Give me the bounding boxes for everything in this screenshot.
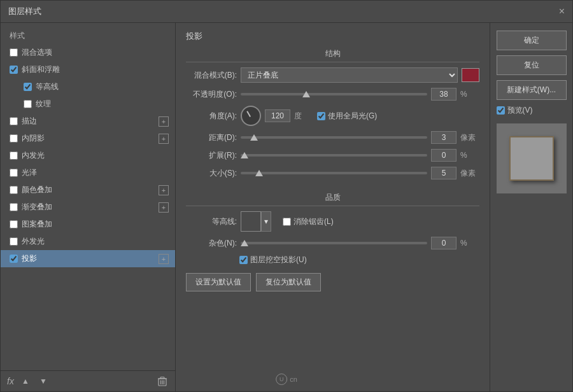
distance-slider[interactable] [241,136,427,139]
contour-checkbox[interactable] [24,83,32,91]
quality-title: 品质 [186,192,479,206]
blend-mode-select[interactable]: 正片叠底 正常 溶解 [241,67,458,83]
spread-input[interactable] [431,149,456,162]
color-overlay-checkbox[interactable] [10,186,18,194]
noise-slider[interactable] [241,242,427,244]
outer-glow-checkbox[interactable] [10,237,18,246]
satin-checkbox[interactable] [10,169,18,177]
contour-label-text: 等高线: [186,216,237,227]
watermark-text: cn [290,375,297,383]
inner-glow-checkbox[interactable] [10,151,18,160]
size-row: 大小(S): 像素 [186,167,479,179]
drop-shadow-add-icon[interactable]: + [159,254,169,264]
opacity-slider[interactable] [241,93,427,95]
inner-shadow-label: 内阴影 [22,133,159,144]
close-button[interactable]: × [559,6,565,17]
sidebar-item-texture[interactable]: 纹理 [1,95,175,113]
contour-dropdown-arrow[interactable]: ▾ [261,211,271,232]
reset-default-button[interactable]: 复位为默认值 [256,273,321,291]
color-overlay-add-icon[interactable]: + [159,185,169,195]
opacity-thumb[interactable] [302,91,310,97]
layer-knockout-text: 图层挖空投影(U) [250,255,307,265]
inner-glow-label: 内发光 [22,150,169,161]
fx-label: fx [7,376,14,386]
anti-alias-checkbox[interactable] [283,218,291,226]
opacity-input[interactable] [431,88,456,101]
set-default-button[interactable]: 设置为默认值 [186,273,251,291]
layer-knockout-checkbox[interactable] [239,256,248,264]
contour-row: 等高线: ▾ 消除锯齿(L) [186,211,479,232]
layer-knockout-label[interactable]: 图层挖空投影(U) [239,255,307,265]
reset-button[interactable]: 复位 [497,55,567,75]
bevel-checkbox[interactable] [10,66,18,74]
sidebar-item-stroke[interactable]: 描边 + [1,113,175,130]
stroke-add-icon[interactable]: + [159,116,169,127]
anti-alias-label[interactable]: 消除锯齿(L) [283,216,334,227]
sidebar-item-inner-shadow[interactable]: 内阴影 + [1,130,175,147]
satin-label: 光泽 [22,167,169,178]
contour-thumbnail[interactable] [241,211,261,232]
spread-label: 扩展(R): [186,150,237,161]
right-panel: 确定 复位 新建样式(W)... 预览(V) [490,23,572,391]
inner-shadow-add-icon[interactable]: + [159,134,169,144]
angle-unit: 度 [294,111,313,122]
preview-text: 预览(V) [507,105,533,116]
sidebar-item-drop-shadow[interactable]: 投影 + [1,250,175,267]
gradient-overlay-checkbox[interactable] [10,203,18,211]
distance-label: 距离(D): [186,132,237,143]
sidebar-item-satin[interactable]: 光泽 [1,164,175,181]
distance-row: 距离(D): 像素 [186,131,479,144]
sidebar-item-color-overlay[interactable]: 颜色叠加 + [1,181,175,199]
confirm-button[interactable]: 确定 [497,31,567,50]
sidebar-item-bevel[interactable]: 斜面和浮雕 [1,61,175,78]
angle-dial[interactable] [241,106,261,126]
distance-thumb[interactable] [250,134,258,141]
spread-thumb[interactable] [241,152,248,158]
sidebar-item-contour[interactable]: 等高线 [1,78,175,95]
blend-mode-row: 混合模式(B): 正片叠底 正常 溶解 [186,67,479,83]
preview-label[interactable]: 预览(V) [497,105,567,116]
noise-label: 杂色(N): [186,238,237,249]
spread-slider[interactable] [241,154,427,157]
title-bar: 图层样式 × [1,1,572,23]
sidebar-item-blending[interactable]: 混合选项 [1,44,175,61]
inner-shadow-checkbox[interactable] [10,134,18,143]
drop-shadow-checkbox[interactable] [10,255,18,263]
sidebar-item-inner-glow[interactable]: 内发光 [1,147,175,164]
move-up-button[interactable]: ▲ [19,375,32,388]
blend-mode-label: 混合模式(B): [186,70,237,81]
left-panel: 样式 混合选项 斜面和浮雕 等高线 [1,23,176,391]
size-thumb[interactable] [255,170,263,176]
new-style-button[interactable]: 新建样式(W)... [497,80,567,100]
section-title: 投影 [186,31,479,42]
blending-checkbox[interactable] [10,48,18,57]
move-down-button[interactable]: ▼ [37,375,50,388]
texture-checkbox[interactable] [24,100,32,108]
color-swatch[interactable] [462,68,479,82]
preview-checkbox[interactable] [497,106,505,115]
distance-input[interactable] [431,131,456,144]
sidebar-item-gradient-overlay[interactable]: 渐变叠加 + [1,199,175,216]
gradient-overlay-label: 渐变叠加 [22,202,159,213]
sidebar-item-pattern-overlay[interactable]: 图案叠加 [1,216,175,233]
noise-thumb[interactable] [241,240,248,246]
preview-thumbnail [509,136,554,181]
stroke-label: 描边 [22,116,159,127]
texture-label: 纹理 [36,99,169,109]
left-panel-content: 样式 混合选项 斜面和浮雕 等高线 [1,23,175,370]
watermark-logo: U [276,374,287,385]
global-light-checkbox[interactable] [317,112,325,120]
global-light-label[interactable]: 使用全局光(G) [317,111,377,122]
layer-style-dialog: 图层样式 × 样式 混合选项 斜面和浮雕 等高线 [0,0,573,392]
blending-label: 混合选项 [22,47,169,58]
noise-input[interactable] [431,237,456,249]
gradient-overlay-add-icon[interactable]: + [159,202,169,213]
sidebar-item-outer-glow[interactable]: 外发光 [1,233,175,250]
size-input[interactable] [431,167,456,179]
noise-unit: % [460,239,479,248]
delete-style-button[interactable] [156,375,169,388]
size-slider[interactable] [241,172,427,174]
angle-input[interactable] [265,109,290,122]
stroke-checkbox[interactable] [10,117,18,125]
pattern-overlay-checkbox[interactable] [10,220,18,228]
